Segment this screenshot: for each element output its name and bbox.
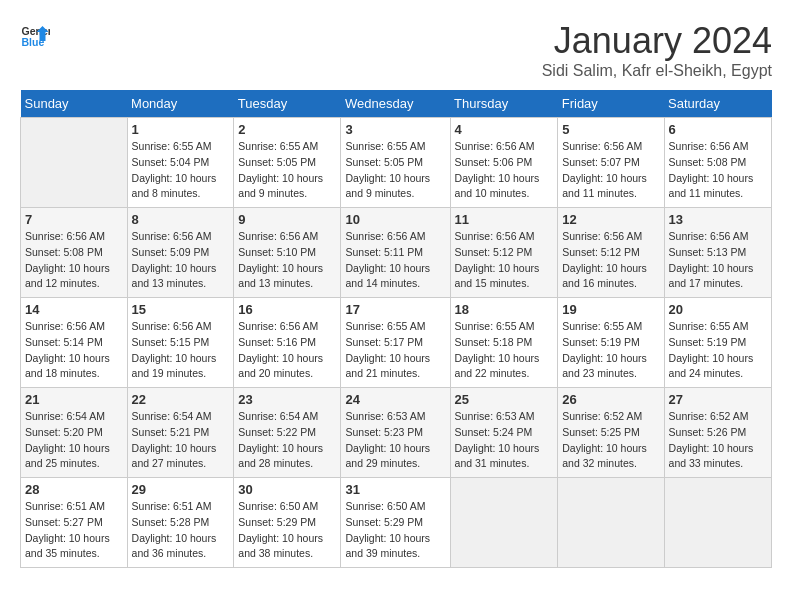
day-number: 23	[238, 392, 336, 407]
day-info: Sunrise: 6:50 AMSunset: 5:29 PMDaylight:…	[238, 499, 336, 562]
day-number: 25	[455, 392, 554, 407]
day-info: Sunrise: 6:50 AMSunset: 5:29 PMDaylight:…	[345, 499, 445, 562]
day-number: 3	[345, 122, 445, 137]
calendar-cell: 30Sunrise: 6:50 AMSunset: 5:29 PMDayligh…	[234, 478, 341, 568]
calendar-cell: 12Sunrise: 6:56 AMSunset: 5:12 PMDayligh…	[558, 208, 664, 298]
day-number: 6	[669, 122, 767, 137]
week-row-2: 7Sunrise: 6:56 AMSunset: 5:08 PMDaylight…	[21, 208, 772, 298]
day-header-saturday: Saturday	[664, 90, 771, 118]
day-number: 24	[345, 392, 445, 407]
calendar-cell: 25Sunrise: 6:53 AMSunset: 5:24 PMDayligh…	[450, 388, 558, 478]
logo-icon: General Blue	[20, 20, 50, 50]
calendar-cell: 27Sunrise: 6:52 AMSunset: 5:26 PMDayligh…	[664, 388, 771, 478]
day-info: Sunrise: 6:51 AMSunset: 5:27 PMDaylight:…	[25, 499, 123, 562]
calendar-cell: 3Sunrise: 6:55 AMSunset: 5:05 PMDaylight…	[341, 118, 450, 208]
day-info: Sunrise: 6:53 AMSunset: 5:23 PMDaylight:…	[345, 409, 445, 472]
calendar-cell: 2Sunrise: 6:55 AMSunset: 5:05 PMDaylight…	[234, 118, 341, 208]
day-header-thursday: Thursday	[450, 90, 558, 118]
day-info: Sunrise: 6:56 AMSunset: 5:09 PMDaylight:…	[132, 229, 230, 292]
day-info: Sunrise: 6:51 AMSunset: 5:28 PMDaylight:…	[132, 499, 230, 562]
day-number: 14	[25, 302, 123, 317]
day-info: Sunrise: 6:52 AMSunset: 5:25 PMDaylight:…	[562, 409, 659, 472]
calendar-cell: 13Sunrise: 6:56 AMSunset: 5:13 PMDayligh…	[664, 208, 771, 298]
day-number: 27	[669, 392, 767, 407]
calendar-cell: 28Sunrise: 6:51 AMSunset: 5:27 PMDayligh…	[21, 478, 128, 568]
title-area: January 2024 Sidi Salim, Kafr el-Sheikh,…	[542, 20, 772, 80]
day-info: Sunrise: 6:56 AMSunset: 5:06 PMDaylight:…	[455, 139, 554, 202]
week-row-1: 1Sunrise: 6:55 AMSunset: 5:04 PMDaylight…	[21, 118, 772, 208]
day-info: Sunrise: 6:54 AMSunset: 5:21 PMDaylight:…	[132, 409, 230, 472]
calendar-cell: 19Sunrise: 6:55 AMSunset: 5:19 PMDayligh…	[558, 298, 664, 388]
calendar-cell: 9Sunrise: 6:56 AMSunset: 5:10 PMDaylight…	[234, 208, 341, 298]
calendar-cell: 10Sunrise: 6:56 AMSunset: 5:11 PMDayligh…	[341, 208, 450, 298]
day-number: 20	[669, 302, 767, 317]
day-header-monday: Monday	[127, 90, 234, 118]
calendar-cell: 16Sunrise: 6:56 AMSunset: 5:16 PMDayligh…	[234, 298, 341, 388]
calendar-cell	[450, 478, 558, 568]
calendar-cell: 24Sunrise: 6:53 AMSunset: 5:23 PMDayligh…	[341, 388, 450, 478]
day-number: 2	[238, 122, 336, 137]
day-number: 28	[25, 482, 123, 497]
calendar-cell: 22Sunrise: 6:54 AMSunset: 5:21 PMDayligh…	[127, 388, 234, 478]
calendar-cell: 7Sunrise: 6:56 AMSunset: 5:08 PMDaylight…	[21, 208, 128, 298]
calendar-cell: 17Sunrise: 6:55 AMSunset: 5:17 PMDayligh…	[341, 298, 450, 388]
calendar-cell: 23Sunrise: 6:54 AMSunset: 5:22 PMDayligh…	[234, 388, 341, 478]
calendar-title: January 2024	[542, 20, 772, 62]
calendar-table: SundayMondayTuesdayWednesdayThursdayFrid…	[20, 90, 772, 568]
day-info: Sunrise: 6:56 AMSunset: 5:12 PMDaylight:…	[455, 229, 554, 292]
day-number: 12	[562, 212, 659, 227]
day-info: Sunrise: 6:55 AMSunset: 5:17 PMDaylight:…	[345, 319, 445, 382]
day-info: Sunrise: 6:56 AMSunset: 5:07 PMDaylight:…	[562, 139, 659, 202]
day-info: Sunrise: 6:56 AMSunset: 5:11 PMDaylight:…	[345, 229, 445, 292]
logo: General Blue	[20, 20, 50, 50]
week-row-5: 28Sunrise: 6:51 AMSunset: 5:27 PMDayligh…	[21, 478, 772, 568]
calendar-cell: 1Sunrise: 6:55 AMSunset: 5:04 PMDaylight…	[127, 118, 234, 208]
day-number: 5	[562, 122, 659, 137]
day-info: Sunrise: 6:56 AMSunset: 5:12 PMDaylight:…	[562, 229, 659, 292]
day-info: Sunrise: 6:54 AMSunset: 5:22 PMDaylight:…	[238, 409, 336, 472]
day-number: 8	[132, 212, 230, 227]
day-info: Sunrise: 6:56 AMSunset: 5:08 PMDaylight:…	[25, 229, 123, 292]
day-info: Sunrise: 6:56 AMSunset: 5:08 PMDaylight:…	[669, 139, 767, 202]
day-header-sunday: Sunday	[21, 90, 128, 118]
day-number: 19	[562, 302, 659, 317]
days-header-row: SundayMondayTuesdayWednesdayThursdayFrid…	[21, 90, 772, 118]
day-number: 1	[132, 122, 230, 137]
day-number: 9	[238, 212, 336, 227]
day-info: Sunrise: 6:55 AMSunset: 5:19 PMDaylight:…	[562, 319, 659, 382]
day-info: Sunrise: 6:56 AMSunset: 5:16 PMDaylight:…	[238, 319, 336, 382]
header: General Blue January 2024 Sidi Salim, Ka…	[20, 20, 772, 80]
calendar-cell	[21, 118, 128, 208]
day-header-friday: Friday	[558, 90, 664, 118]
calendar-cell: 18Sunrise: 6:55 AMSunset: 5:18 PMDayligh…	[450, 298, 558, 388]
day-info: Sunrise: 6:56 AMSunset: 5:15 PMDaylight:…	[132, 319, 230, 382]
calendar-cell: 11Sunrise: 6:56 AMSunset: 5:12 PMDayligh…	[450, 208, 558, 298]
day-info: Sunrise: 6:56 AMSunset: 5:13 PMDaylight:…	[669, 229, 767, 292]
calendar-cell: 4Sunrise: 6:56 AMSunset: 5:06 PMDaylight…	[450, 118, 558, 208]
calendar-cell: 20Sunrise: 6:55 AMSunset: 5:19 PMDayligh…	[664, 298, 771, 388]
calendar-cell: 8Sunrise: 6:56 AMSunset: 5:09 PMDaylight…	[127, 208, 234, 298]
day-number: 10	[345, 212, 445, 227]
day-number: 18	[455, 302, 554, 317]
day-number: 15	[132, 302, 230, 317]
day-info: Sunrise: 6:55 AMSunset: 5:05 PMDaylight:…	[238, 139, 336, 202]
calendar-cell: 15Sunrise: 6:56 AMSunset: 5:15 PMDayligh…	[127, 298, 234, 388]
calendar-cell: 5Sunrise: 6:56 AMSunset: 5:07 PMDaylight…	[558, 118, 664, 208]
day-number: 21	[25, 392, 123, 407]
day-info: Sunrise: 6:55 AMSunset: 5:04 PMDaylight:…	[132, 139, 230, 202]
day-header-tuesday: Tuesday	[234, 90, 341, 118]
day-header-wednesday: Wednesday	[341, 90, 450, 118]
calendar-cell: 29Sunrise: 6:51 AMSunset: 5:28 PMDayligh…	[127, 478, 234, 568]
day-info: Sunrise: 6:52 AMSunset: 5:26 PMDaylight:…	[669, 409, 767, 472]
day-info: Sunrise: 6:53 AMSunset: 5:24 PMDaylight:…	[455, 409, 554, 472]
day-info: Sunrise: 6:55 AMSunset: 5:18 PMDaylight:…	[455, 319, 554, 382]
day-number: 7	[25, 212, 123, 227]
day-number: 29	[132, 482, 230, 497]
day-number: 17	[345, 302, 445, 317]
day-number: 30	[238, 482, 336, 497]
calendar-cell	[664, 478, 771, 568]
day-number: 11	[455, 212, 554, 227]
day-number: 13	[669, 212, 767, 227]
day-info: Sunrise: 6:54 AMSunset: 5:20 PMDaylight:…	[25, 409, 123, 472]
calendar-cell: 6Sunrise: 6:56 AMSunset: 5:08 PMDaylight…	[664, 118, 771, 208]
